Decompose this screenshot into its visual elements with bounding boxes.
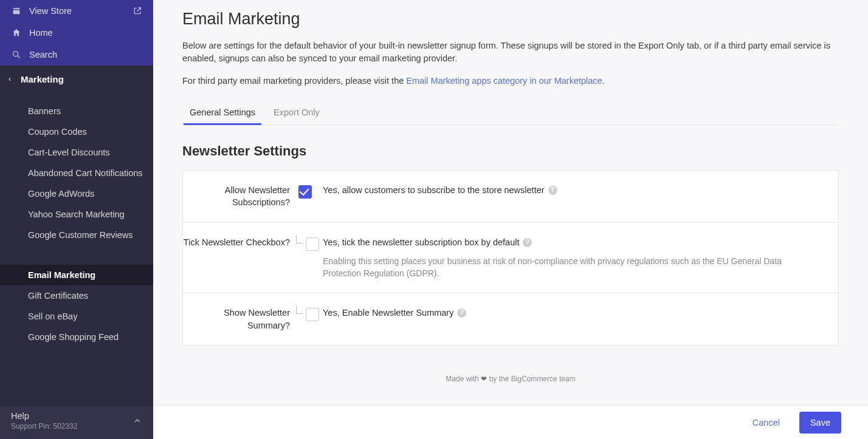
section-label: Marketing	[21, 74, 64, 84]
setting-hint: Enabling this setting places your busine…	[323, 255, 809, 280]
support-pin: Support Pin: 502332	[11, 422, 142, 430]
setting-body: Yes, tick the newsletter subscription bo…	[323, 236, 824, 280]
sidebar-footer[interactable]: Help Support Pin: 502332	[0, 406, 153, 439]
view-store-link[interactable]: View Store	[0, 0, 153, 22]
help-icon[interactable]: ?	[548, 186, 557, 195]
action-bar: Cancel Save	[153, 405, 868, 439]
checkbox-show-summary[interactable]	[306, 308, 319, 321]
sidebar-item-email-marketing[interactable]: Email Marketing	[0, 265, 153, 285]
search-link[interactable]: Search	[0, 44, 153, 66]
save-button[interactable]: Save	[799, 412, 841, 434]
checkbox-tick-newsletter[interactable]	[306, 237, 319, 251]
subnav-group-2: Email Marketing Gift Certificates Sell o…	[0, 265, 153, 347]
setting-body: Yes, Enable Newsletter Summary ?	[323, 307, 824, 332]
section-heading: Newsletter Settings	[182, 143, 839, 159]
made-with-suffix: by the BigCommerce team	[487, 375, 575, 383]
sidebar-item-yahoo-search[interactable]: Yahoo Search Marketing	[0, 204, 153, 225]
help-label: Help	[11, 411, 142, 421]
home-label: Home	[29, 28, 53, 38]
tabs: General Settings Export Only	[182, 104, 839, 125]
sidebar-item-banners[interactable]: Banners	[0, 101, 153, 121]
sidebar-item-gift-certificates[interactable]: Gift Certificates	[0, 285, 153, 306]
checkbox-allow-subscriptions[interactable]	[298, 185, 312, 199]
cancel-button[interactable]: Cancel	[742, 412, 791, 434]
marketplace-link[interactable]: Email Marketing apps category in our Mar…	[406, 76, 602, 86]
setting-checkbox-wrap	[298, 236, 323, 280]
svg-point-0	[13, 52, 18, 56]
setting-body: Yes, allow customers to subscribe to the…	[323, 184, 824, 209]
sidebar-item-cart-level-discounts[interactable]: Cart-Level Discounts	[0, 142, 153, 163]
made-with: Made with ❤ by the BigCommerce team	[182, 375, 839, 383]
home-link[interactable]: Home	[0, 22, 153, 44]
intro2-prefix: For third party email marketing provider…	[182, 76, 406, 86]
sidebar: View Store Home Search ‹ Marketing Banne…	[0, 0, 153, 439]
help-icon[interactable]: ?	[523, 238, 532, 247]
sidebar-nav: ‹ Marketing Banners Coupon Codes Cart-Le…	[0, 66, 153, 406]
intro2-suffix: .	[602, 76, 605, 86]
setting-label: Tick Newsletter Checkbox?	[183, 236, 298, 280]
settings-panel: Allow Newsletter Subscriptions? Yes, all…	[182, 170, 839, 345]
help-icon[interactable]: ?	[457, 308, 466, 318]
section-marketing[interactable]: ‹ Marketing	[0, 66, 153, 92]
home-icon	[11, 28, 22, 38]
setting-checkbox-wrap	[298, 184, 323, 209]
sidebar-top: View Store Home Search	[0, 0, 153, 66]
intro-text: Below are settings for the default behav…	[182, 39, 839, 65]
search-icon	[11, 50, 22, 60]
sidebar-item-google-shopping-feed[interactable]: Google Shopping Feed	[0, 327, 153, 347]
tab-general-settings[interactable]: General Settings	[190, 104, 255, 124]
sidebar-item-google-customer-reviews[interactable]: Google Customer Reviews	[0, 225, 153, 245]
setting-text: Yes, Enable Newsletter Summary	[323, 307, 453, 319]
setting-label: Show Newsletter Summary?	[183, 307, 298, 332]
tab-export-only[interactable]: Export Only	[274, 104, 320, 124]
sidebar-item-sell-on-ebay[interactable]: Sell on eBay	[0, 306, 153, 327]
page-title: Email Marketing	[182, 10, 839, 29]
setting-show-summary: Show Newsletter Summary? Yes, Enable New…	[183, 293, 838, 345]
setting-label: Allow Newsletter Subscriptions?	[183, 184, 298, 209]
search-label: Search	[29, 50, 57, 60]
content: Email Marketing Below are settings for t…	[153, 0, 868, 405]
sidebar-item-google-adwords[interactable]: Google AdWords	[0, 183, 153, 204]
setting-text: Yes, tick the newsletter subscription bo…	[323, 236, 519, 249]
sidebar-item-abandoned-cart[interactable]: Abandoned Cart Notifications	[0, 163, 153, 183]
chevron-left-icon: ‹	[9, 75, 15, 83]
setting-allow-subscriptions: Allow Newsletter Subscriptions? Yes, all…	[183, 171, 838, 223]
branch-icon	[296, 305, 302, 314]
setting-checkbox-wrap	[298, 307, 323, 332]
external-icon	[133, 6, 142, 16]
store-icon	[11, 6, 22, 16]
main: Email Marketing Below are settings for t…	[153, 0, 868, 439]
subnav-group-1: Banners Coupon Codes Cart-Level Discount…	[0, 92, 153, 245]
sidebar-item-coupon-codes[interactable]: Coupon Codes	[0, 121, 153, 142]
view-store-label: View Store	[29, 6, 72, 16]
made-with-prefix: Made with	[446, 375, 481, 383]
chevron-up-icon	[133, 416, 142, 426]
heart-icon: ❤	[481, 375, 487, 383]
setting-tick-checkbox: Tick Newsletter Checkbox? Yes, tick the …	[183, 223, 838, 294]
branch-icon	[296, 235, 302, 243]
intro-link-line: For third party email marketing provider…	[182, 76, 839, 86]
setting-text: Yes, allow customers to subscribe to the…	[323, 184, 545, 197]
